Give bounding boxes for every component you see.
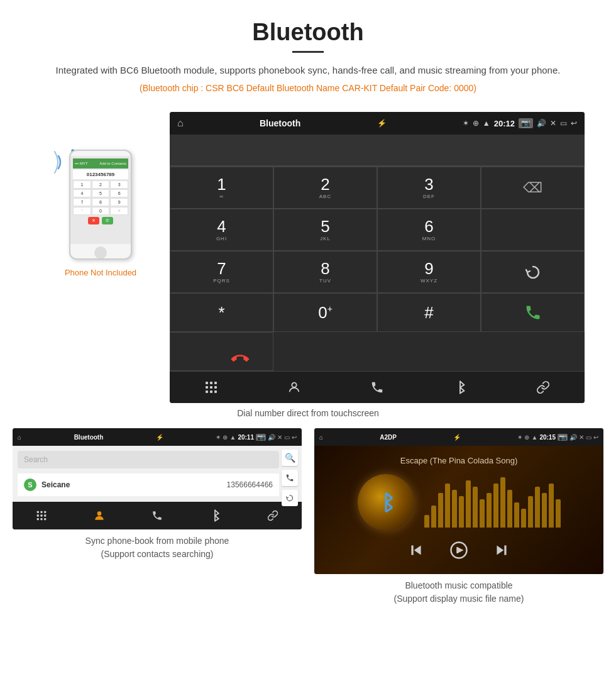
dialer-grid: 1 ∞ 2 ABC 3 DEF ⌫ 4 GHI 5 xyxy=(170,166,585,371)
a2dp-screenshot: ⌂ A2DP ⚡ ✶ ⊕ ▲ 20:15 📷 🔊 ✕ ▭ ↩ xyxy=(314,428,603,606)
search-bar[interactable]: Search xyxy=(18,451,279,468)
home-icon[interactable]: ⌂ xyxy=(177,118,184,129)
a2dp-camera-icon: 📷 xyxy=(558,434,568,441)
phone-dial-key[interactable]: 0 xyxy=(92,207,110,215)
pb-phone-btn[interactable] xyxy=(128,506,186,526)
dialer-display xyxy=(170,135,585,166)
refresh-side-icon[interactable] xyxy=(282,490,298,506)
pb-signal-icon: ▲ xyxy=(229,434,236,441)
phone-body: ••• MYTAdd to Contacts 0123456789 1 2 3 … xyxy=(69,150,132,260)
call-red-button[interactable] xyxy=(170,332,273,371)
equalizer-visual xyxy=(424,477,561,528)
dial-key-5[interactable]: 5 JKL xyxy=(273,209,377,251)
pb-close-icon[interactable]: ✕ xyxy=(277,434,282,441)
pb-status-right: ✶ ⊕ ▲ 20:11 📷 🔊 ✕ ▭ ↩ xyxy=(216,434,296,441)
dial-key-1[interactable]: 1 ∞ xyxy=(170,167,273,209)
dial-key-hash[interactable]: # xyxy=(377,293,481,332)
volume-icon[interactable]: 🔊 xyxy=(537,119,546,128)
refresh-key[interactable] xyxy=(481,251,585,293)
prev-track-button[interactable] xyxy=(408,542,424,563)
phonebook-right-icons: 🔍 xyxy=(278,446,302,510)
pb-back-icon[interactable]: ↩ xyxy=(292,434,297,441)
next-track-button[interactable] xyxy=(493,542,510,563)
svg-rect-5 xyxy=(206,382,208,384)
svg-rect-23 xyxy=(37,514,39,516)
a2dp-close-icon[interactable]: ✕ xyxy=(579,434,584,441)
phone-dial-key[interactable]: 4 xyxy=(73,189,91,197)
window-icon[interactable]: ▭ xyxy=(560,119,567,128)
a2dp-song-title: Escape (The Pina Colada Song) xyxy=(400,456,517,465)
phone-dial-key[interactable]: 2 xyxy=(92,180,110,189)
close-icon[interactable]: ✕ xyxy=(550,119,556,128)
phone-dial-key[interactable]: # xyxy=(110,207,128,215)
svg-rect-25 xyxy=(44,514,46,516)
title-underline xyxy=(292,51,324,53)
phone-dial-key[interactable]: * xyxy=(73,207,91,215)
svg-rect-46 xyxy=(504,545,506,555)
a2dp-volume-icon[interactable]: 🔊 xyxy=(569,434,577,441)
contacts-toolbar-btn[interactable] xyxy=(253,375,336,399)
dial-key-9[interactable]: 9 WXYZ xyxy=(377,251,481,293)
a2dp-home-icon[interactable]: ⌂ xyxy=(319,434,323,441)
main-content: ••• MYTAdd to Contacts 0123456789 1 2 3 … xyxy=(0,112,616,612)
phonebook-status-bar: ⌂ Bluetooth ⚡ ✶ ⊕ ▲ 20:11 📷 🔊 ✕ ▭ ↩ xyxy=(13,428,302,446)
pb-window-icon[interactable]: ▭ xyxy=(284,434,290,441)
pb-time: 20:11 xyxy=(238,434,254,441)
bottom-section: ⌂ Bluetooth ⚡ ✶ ⊕ ▲ 20:11 📷 🔊 ✕ ▭ ↩ xyxy=(13,428,603,606)
dial-key-2[interactable]: 2 ABC xyxy=(273,167,377,209)
dial-key-0[interactable]: 0+ xyxy=(273,293,377,332)
phone-dial-key[interactable]: 6 xyxy=(110,189,128,197)
phone-dial-key[interactable]: 3 xyxy=(110,180,128,189)
a2dp-time: 20:15 xyxy=(539,434,556,441)
dialer-screen: ⌂ Bluetooth ⚡ ✶ ⊕ ▲ 20:12 📷 🔊 ✕ ▭ ↩ xyxy=(170,112,585,403)
dial-key-4[interactable]: 4 GHI xyxy=(170,209,273,251)
pb-dialpad-btn[interactable] xyxy=(13,506,70,526)
svg-rect-8 xyxy=(206,386,208,389)
album-art xyxy=(358,474,414,531)
page-description: Integrated with BC6 Bluetooth module, su… xyxy=(13,63,603,78)
dial-key-8[interactable]: 8 TUV xyxy=(273,251,377,293)
camera-status-icon: 📷 xyxy=(519,118,533,128)
a2dp-body: Escape (The Pina Colada Song) xyxy=(314,446,603,574)
a2dp-back-icon[interactable]: ↩ xyxy=(593,434,598,441)
svg-rect-27 xyxy=(40,518,42,520)
back-icon[interactable]: ↩ xyxy=(571,119,577,128)
svg-rect-24 xyxy=(40,514,42,516)
dial-key-3[interactable]: 3 DEF xyxy=(377,167,481,209)
dialpad-toolbar-btn[interactable] xyxy=(170,375,253,399)
a2dp-art-area xyxy=(358,474,561,531)
pb-contacts-btn[interactable] xyxy=(70,506,128,526)
phone-dial-key[interactable]: 5 xyxy=(92,189,110,197)
music-note-icon xyxy=(373,490,399,515)
page-title: Bluetooth xyxy=(13,19,603,46)
status-time: 20:12 xyxy=(494,119,515,128)
bluetooth-toolbar-btn[interactable] xyxy=(419,375,502,399)
a2dp-window-icon[interactable]: ▭ xyxy=(586,434,591,441)
svg-rect-9 xyxy=(210,386,212,389)
phone-side-icon[interactable] xyxy=(282,470,298,486)
phone-home-button[interactable] xyxy=(94,246,107,259)
pb-bt-btn[interactable] xyxy=(186,506,244,526)
link-toolbar-btn[interactable] xyxy=(502,375,585,399)
a2dp-status-title: A2DP xyxy=(380,434,397,441)
a2dp-status-bar: ⌂ A2DP ⚡ ✶ ⊕ ▲ 20:15 📷 🔊 ✕ ▭ ↩ xyxy=(314,428,603,446)
phone-toolbar-btn[interactable] xyxy=(336,375,419,399)
dial-key-7[interactable]: 7 PQRS xyxy=(170,251,273,293)
play-pause-button[interactable] xyxy=(449,541,468,564)
backspace-key[interactable]: ⌫ xyxy=(481,167,585,209)
call-green-button[interactable] xyxy=(481,293,585,332)
phone-dial-key[interactable]: 9 xyxy=(110,198,128,206)
phone-dial-key[interactable]: 7 xyxy=(73,198,91,206)
contact-row[interactable]: S Seicane 13566664466 xyxy=(18,473,279,496)
phone-dial-key[interactable]: 8 xyxy=(92,198,110,206)
dial-key-star[interactable]: * xyxy=(170,293,273,332)
svg-point-29 xyxy=(97,511,102,516)
pb-volume-icon[interactable]: 🔊 xyxy=(268,434,275,441)
phone-dial-key[interactable]: 1 xyxy=(73,180,91,189)
svg-marker-45 xyxy=(497,545,503,555)
a2dp-bt-icon: ✶ xyxy=(517,434,522,441)
search-side-icon[interactable]: 🔍 xyxy=(282,450,298,466)
pb-home-icon[interactable]: ⌂ xyxy=(18,434,21,441)
phone-section: ••• MYTAdd to Contacts 0123456789 1 2 3 … xyxy=(31,112,170,277)
dial-key-6[interactable]: 6 MNO xyxy=(377,209,481,251)
